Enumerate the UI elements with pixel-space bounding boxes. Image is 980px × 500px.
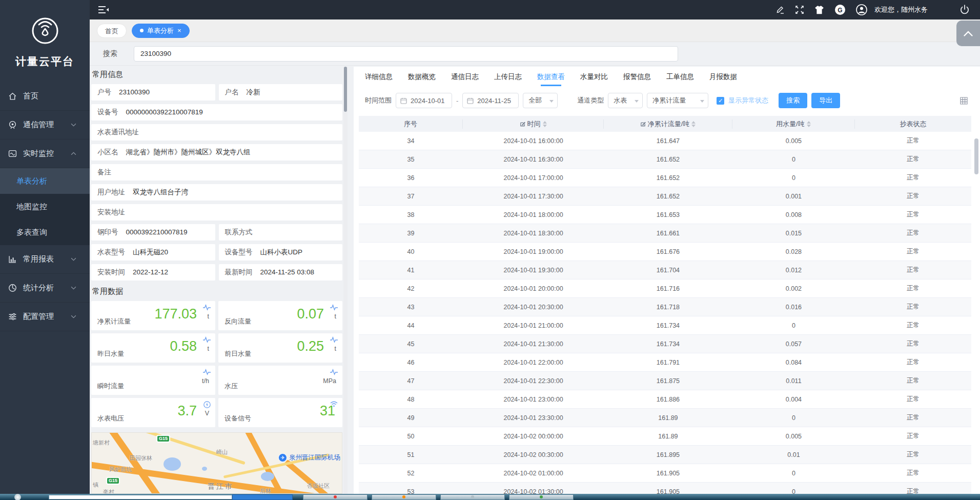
date-from-input[interactable]: 2024-10-01 [396,93,452,108]
cell-seq: 45 [359,341,463,348]
tab-monthly-report[interactable]: 月报数据 [709,72,737,86]
table-row[interactable]: 502024-10-02 00:00:00161.890.005正常 [359,427,971,446]
table-row[interactable]: 362024-10-01 17:00:00161.6520正常 [359,169,971,187]
cell-usage: 0 [732,322,855,329]
taskbar-search[interactable] [49,495,232,499]
cell-seq: 43 [359,304,463,311]
cell-total: 161.734 [604,341,732,348]
table-row[interactable]: 402024-10-01 19:00:00161.6760.028正常 [359,243,971,261]
table-row[interactable]: 382024-10-01 18:00:00161.6530.008正常 [359,206,971,224]
col-status[interactable]: 抄表状态 [855,119,971,129]
sidebar-item-statistics-analysis[interactable]: 统计分析 [0,274,90,303]
tab-single-meter-analysis[interactable]: 单表分析 × [132,24,190,38]
theme-shirt-icon[interactable] [814,6,824,14]
sidebar-item-map-monitor[interactable]: 地图监控 [0,194,90,219]
taskbar-search-button[interactable] [232,494,293,500]
column-settings-icon[interactable] [960,97,968,105]
table-row[interactable]: 432024-10-01 20:30:00161.7180.016正常 [359,298,971,316]
sidebar-item-multi-meter-query[interactable]: 多表查询 [0,219,90,245]
table-row[interactable]: 512024-10-02 00:30:00161.8950.01正常 [359,446,971,464]
col-seq[interactable]: 序号 [359,119,463,129]
cell-total: 161.653 [604,211,732,218]
date-range-separator: - [456,97,458,105]
table-row[interactable]: 352024-10-01 16:30:00161.6520正常 [359,150,971,169]
start-button[interactable] [14,494,21,500]
table-row[interactable]: 472024-10-01 22:30:00161.8750.011正常 [359,372,971,390]
app-screen: 计量云平台 首页 通信管理 实时监控 单表分析 地图监控 多表查询 常用报表 [0,0,980,500]
cell-total: 161.905 [604,470,732,477]
sidebar-item-config-management[interactable]: 配置管理 [0,303,90,331]
welcome-text: 欢迎您，随州水务 [874,5,928,14]
scroll-top-button[interactable] [956,21,980,46]
power-icon[interactable] [959,5,970,15]
cell-time: 2024-10-01 18:00:00 [463,211,604,218]
channel-select[interactable]: 水表 [608,93,643,108]
cell-time: 2024-10-01 20:30:00 [463,304,604,311]
col-usage[interactable]: 用水量/吨 [732,119,855,129]
taskbar-window[interactable] [372,494,436,500]
cell-usage: 0 [732,470,855,477]
tab-data-overview[interactable]: 数据概览 [408,72,436,86]
sort-icon[interactable] [691,121,696,127]
cell-seq: 44 [359,322,463,329]
sort-icon[interactable] [543,121,547,127]
sidebar-item-home[interactable]: 首页 [0,82,90,111]
table-row[interactable]: 442024-10-01 21:00:00161.7340正常 [359,316,971,335]
tab-upload-log[interactable]: 上传日志 [494,72,522,86]
table-row[interactable]: 372024-10-01 17:30:00161.6520.001正常 [359,187,971,206]
field-user-name: 户名冷新 [219,84,343,101]
sidebar-item-realtime-monitor[interactable]: 实时监控 [0,139,90,168]
search-button[interactable]: 搜索 [779,93,807,108]
table-row[interactable]: 482024-10-01 23:00:00161.8860.004正常 [359,390,971,409]
cell-status: 正常 [855,210,971,219]
fullscreen-icon[interactable] [795,5,804,14]
taskbar-window[interactable] [509,494,574,500]
metric-select[interactable]: 净累计流量 [647,93,708,108]
table-scrollbar[interactable] [974,123,978,490]
table-row[interactable]: 392024-10-01 18:30:00161.6610.015正常 [359,224,971,243]
show-abnormal-checkbox[interactable]: ✓ [717,97,724,105]
col-total[interactable]: 净累计流量/吨 [604,119,732,129]
show-abnormal-label[interactable]: 显示异常状态 [728,96,768,105]
tab-work-order[interactable]: 工单信息 [666,72,694,86]
close-tab-icon[interactable]: × [177,24,181,38]
table-row[interactable]: 342024-10-01 16:00:00161.6470.005正常 [359,132,971,150]
scrollbar-thumb[interactable] [974,138,978,174]
table-row[interactable]: 422024-10-01 20:00:00161.7160.002正常 [359,279,971,298]
scrollbar-thumb[interactable] [344,67,347,112]
table-row[interactable]: 452024-10-01 21:30:00161.7340.057正常 [359,335,971,353]
table-row[interactable]: 492024-10-01 23:30:00161.890正常 [359,409,971,427]
cell-seq: 39 [359,230,463,237]
sidebar-item-common-reports[interactable]: 常用报表 [0,245,90,274]
tab-comm-log[interactable]: 通信日志 [451,72,479,86]
edit-pencil-icon[interactable] [775,5,785,14]
tab-detail-info[interactable]: 详细信息 [365,72,393,86]
location-map[interactable]: G15 G15 塘新村 田园张林 崎山 风炉后坑 镇 亳村 晋江市 后林 杏坂社… [91,432,342,494]
taskbar-window[interactable] [440,494,505,500]
table-row[interactable]: 412024-10-01 19:30:00161.7040.012正常 [359,261,971,279]
col-time[interactable]: 时间 [463,119,604,129]
taskbar-window[interactable] [303,494,368,500]
granularity-select[interactable]: 全部 [523,93,558,108]
table-row[interactable]: 462024-10-01 22:00:00161.7910.084正常 [359,353,971,372]
export-button[interactable]: 导出 [811,93,840,108]
sidebar-item-communication[interactable]: 通信管理 [0,111,90,139]
tab-alarm-info[interactable]: 报警信息 [623,72,651,86]
user-avatar-icon[interactable] [856,4,867,15]
table-row[interactable]: 522024-10-02 01:00:00161.9050正常 [359,464,971,483]
date-to-input[interactable]: 2024-11-25 [462,93,519,108]
sidebar-item-single-meter-analysis[interactable]: 单表分析 [0,168,90,194]
tab-data-view[interactable]: 数据查看 [537,72,565,86]
cell-total: 161.89 [604,414,732,422]
cell-seq: 37 [359,193,463,200]
left-panel-scrollbar[interactable] [343,67,348,494]
search-label: 搜索 [103,49,117,58]
search-input[interactable] [134,46,678,62]
tab-water-compare[interactable]: 水量对比 [580,72,608,86]
airport-marker[interactable]: ✈ 泉州晋江国际机场 [278,453,340,462]
tab-home[interactable]: 首页 [97,24,127,38]
cell-total: 161.895 [604,451,732,458]
google-circle-icon[interactable]: G [834,4,846,15]
sort-icon[interactable] [807,121,811,127]
collapse-sidebar-icon[interactable] [98,5,109,14]
